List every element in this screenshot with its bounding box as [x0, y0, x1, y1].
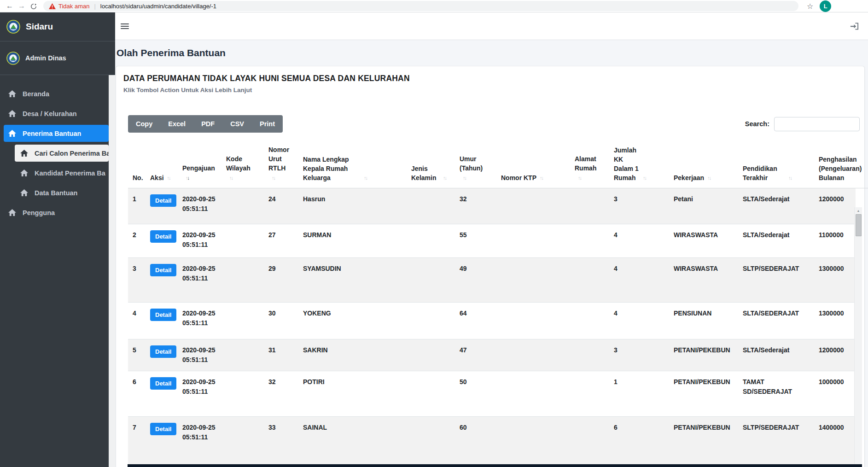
table-vertical-scrollbar: ▲: [854, 207, 862, 467]
column-label: Alamat Rumah: [575, 154, 602, 173]
column-header-nama-lengkap-kepala-rumah-keluarga[interactable]: Nama Lengkap Kepala Rumah Keluarga↑↓: [298, 145, 407, 188]
cell-pendidikan: SLTP/SEDERAJAT: [738, 257, 814, 302]
brand[interactable]: Sidaru: [0, 12, 115, 41]
copy-button[interactable]: Copy: [128, 115, 160, 133]
browser-profile-avatar[interactable]: L: [820, 0, 831, 12]
cell-jumlah-kk: 6: [609, 416, 669, 467]
cell-alamat-rumah: [570, 371, 609, 416]
cell-aksi: Detail: [146, 416, 178, 467]
sort-arrows-icon: ↑↓: [272, 173, 275, 182]
cell-umur: 55: [455, 224, 496, 257]
scrollbar-thumb[interactable]: [856, 214, 862, 236]
cell-aksi: Detail: [146, 339, 178, 371]
sidebar-item-beranda[interactable]: Beranda: [4, 85, 109, 102]
column-label: Kode Wilayah: [226, 154, 256, 173]
excel-button[interactable]: Excel: [160, 115, 193, 133]
cell-nama: SYAMSUDIN: [298, 257, 407, 302]
cell-nomor-ktp: [496, 371, 570, 416]
address-bar[interactable]: Tidak aman | localhost/sidaru/uadmin/can…: [43, 1, 798, 11]
column-header-umur-tahun[interactable]: Umur (Tahun)↑↓: [455, 145, 496, 188]
cell-umur: 60: [455, 416, 496, 467]
column-label: Penghasilan (Pengeluaran) Bulanan: [819, 155, 868, 182]
page-title: Olah Penerima Bantuan: [116, 47, 864, 58]
browser-back-icon[interactable]: ←: [4, 0, 16, 12]
cell-nomor-ktp: [496, 416, 570, 467]
table-row: 5Detail2020-09-25 05:51:1131SAKRIN473PET…: [128, 339, 856, 371]
column-header-pendidikan-terakhir[interactable]: Pendidikan Terakhir↑↓: [738, 145, 814, 188]
detail-button[interactable]: Detail: [150, 309, 176, 321]
column-label: Umur (Tahun): [460, 154, 487, 173]
column-header-aksi[interactable]: Aksi↑↓: [146, 145, 178, 188]
column-header-kode-wilayah[interactable]: Kode Wilayah↑↓: [221, 145, 264, 188]
column-header-jumlah-kk-dalam-1-rumah[interactable]: Jumlah KK Dalam 1 Rumah↑↓: [609, 145, 669, 188]
cell-pengajuan: 2020-09-25 05:51:11: [178, 257, 221, 302]
cell-pendidikan: SLTA/Sederajat: [738, 339, 814, 371]
browser-reload-icon[interactable]: [28, 0, 40, 12]
cell-kode-wilayah: [221, 302, 264, 339]
cell-nomor-ktp: [496, 302, 570, 339]
search-input[interactable]: [774, 117, 860, 131]
cell-kode-wilayah: [221, 257, 264, 302]
sidebar-item-desa-kelurahan[interactable]: Desa / Kelurahan: [4, 105, 109, 122]
print-button[interactable]: Print: [252, 115, 283, 133]
cell-pengajuan: 2020-09-25 05:51:11: [178, 416, 221, 467]
user-name: Admin Dinas: [25, 54, 66, 62]
cell-pendidikan: SLTP/SEDERAJAT: [738, 416, 814, 467]
cell-no: 4: [128, 302, 146, 339]
sign-out-icon[interactable]: [850, 23, 859, 30]
sidebar-item-data-bantuan[interactable]: Data Bantuan: [15, 184, 109, 201]
home-icon: [8, 130, 16, 137]
column-header-nomor-ktp[interactable]: Nomor KTP↑↓: [496, 145, 570, 188]
detail-button[interactable]: Detail: [150, 423, 176, 435]
cell-pekerjaan: PETANI/PEKEBUN: [669, 371, 738, 416]
cell-alamat-rumah: [570, 302, 609, 339]
column-label: Pekerjaan: [674, 173, 704, 182]
detail-button[interactable]: Detail: [150, 194, 176, 207]
detail-button[interactable]: Detail: [150, 230, 176, 243]
sidebar-toggle-icon[interactable]: [121, 22, 129, 30]
column-header-jenis-kelamin[interactable]: Jenis Kelamin↑↓: [407, 145, 455, 188]
sidebar-item-cari-calon-penerima-ba[interactable]: Cari Calon Penerima Ba: [15, 145, 109, 162]
sort-arrows-icon: ↑↓: [443, 173, 446, 182]
detail-button[interactable]: Detail: [150, 377, 176, 390]
table-row: 7Detail2020-09-25 05:51:1133SAINAL606PET…: [128, 416, 856, 467]
sidebar-item-penerima-bantuan[interactable]: Penerima Bantuan: [4, 125, 109, 142]
detail-button[interactable]: Detail: [150, 264, 176, 276]
sidebar-item-label: Beranda: [23, 90, 49, 98]
cell-nomor-urut-rtlh: 29: [264, 257, 298, 302]
cell-pekerjaan: PETANI/PEKEBUN: [669, 416, 738, 467]
table-row: 2Detail2020-09-25 05:51:1127SURMAN554WIR…: [128, 224, 856, 257]
user-panel[interactable]: Admin Dinas: [0, 41, 115, 75]
cell-pengajuan: 2020-09-25 05:51:11: [178, 188, 221, 224]
cell-pekerjaan: PENSIUNAN: [669, 302, 738, 339]
sidebar-scrollbar: [109, 75, 115, 467]
sort-arrows-icon: ↑↓: [643, 173, 646, 182]
sidebar-item-pengguna[interactable]: Pengguna: [4, 204, 109, 221]
cell-pengajuan: 2020-09-25 05:51:11: [178, 224, 221, 257]
detail-button[interactable]: Detail: [150, 345, 176, 358]
scroll-up-arrow-icon[interactable]: ▲: [855, 207, 862, 215]
sidebar-item-kandidat-penerima-ba[interactable]: Kandidat Penerima Ba: [15, 164, 109, 181]
cell-nama: SAKRIN: [298, 339, 407, 371]
cell-jenis-kelamin: [407, 416, 455, 467]
cell-no: 3: [128, 257, 146, 302]
cell-jumlah-kk: 4: [609, 302, 669, 339]
cell-kode-wilayah: [221, 188, 264, 224]
bookmark-star-icon[interactable]: ☆: [807, 2, 813, 11]
home-icon: [20, 189, 28, 196]
data-card: DATA PERUMAHAN TIDAK LAYAK HUNI SEMUA DE…: [116, 66, 864, 467]
column-header-pekerjaan[interactable]: Pekerjaan↑↓: [669, 145, 738, 188]
column-header-alamat-rumah[interactable]: Alamat Rumah↑↓: [570, 145, 609, 188]
csv-button[interactable]: CSV: [222, 115, 252, 133]
column-header-nomor-urut-rtlh[interactable]: Nomor Urut RTLH↑↓: [264, 145, 298, 188]
cell-jenis-kelamin: [407, 339, 455, 371]
browser-forward-icon[interactable]: →: [16, 0, 28, 12]
pdf-button[interactable]: PDF: [193, 115, 222, 133]
sidebar-menu: BerandaDesa / KelurahanPenerima BantuanC…: [0, 75, 115, 221]
table-horizontal-scrollbar[interactable]: [128, 464, 862, 467]
cell-kode-wilayah: [221, 416, 264, 467]
cell-no: 5: [128, 339, 146, 371]
sidebar-item-label: Pengguna: [23, 209, 55, 216]
home-icon: [8, 110, 16, 117]
column-header-pengajuan[interactable]: Pengajuan↑↓: [178, 145, 221, 188]
